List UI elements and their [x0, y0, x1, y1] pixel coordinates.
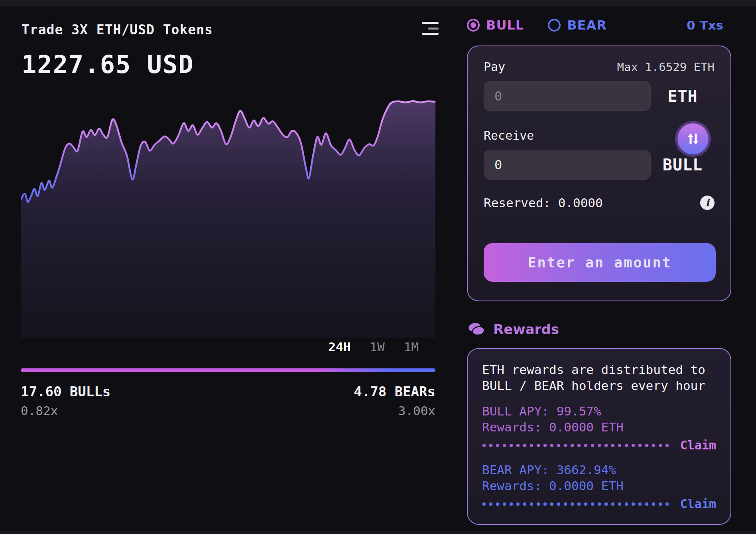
top-bar	[0, 0, 756, 6]
pay-unit-label: ETH	[651, 87, 715, 105]
pool-multiplier-row: 0.82x 3.00x	[21, 403, 435, 418]
bear-dotted-separator	[482, 502, 669, 506]
bull-bear-ratio-bar	[21, 368, 435, 372]
pay-label: Pay	[484, 60, 505, 74]
receive-unit-label: BULL	[651, 156, 715, 174]
swap-arrows-icon	[684, 130, 702, 148]
reserved-amount: Reserved: 0.0000	[484, 196, 603, 210]
receive-label: Receive	[484, 129, 534, 142]
swap-card: Pay Max 1.6529 ETH ETH Receive BULL Rese…	[467, 45, 731, 301]
bear-radio-label: BEAR	[567, 18, 607, 33]
side-toggle-row: BULL BEAR 0 Txs	[467, 16, 731, 34]
bottom-bar	[0, 531, 756, 534]
bull-radio-dot	[471, 22, 476, 28]
info-icon[interactable]: i	[700, 196, 715, 210]
timeframe-switcher: 24H 1W 1M	[328, 340, 419, 354]
bulls-supply: 17.60 BULLs	[21, 384, 110, 400]
bull-claim-button[interactable]: Claim	[680, 438, 716, 452]
pool-stats-row: 17.60 BULLs 4.78 BEARs	[21, 384, 435, 400]
bull-radio-label: BULL	[486, 18, 524, 33]
chart-panel: Trade 3X ETH/USD Tokens 1227.65 USD	[21, 6, 435, 445]
max-balance-label[interactable]: Max 1.6529 ETH	[617, 60, 715, 74]
timeframe-24h[interactable]: 24H	[328, 340, 350, 354]
bears-multiplier: 3.00x	[398, 403, 435, 418]
bull-dotted-separator	[482, 443, 669, 447]
rewards-description-line2: BULL / BEAR holders every hour	[482, 378, 716, 394]
menu-bar-top	[422, 22, 439, 24]
swap-direction-button[interactable]	[677, 123, 709, 154]
bears-supply: 4.78 BEARs	[354, 384, 435, 400]
menu-bar-middle	[428, 28, 439, 30]
rewards-heading: Rewards	[468, 321, 559, 337]
menu-bar-bottom	[422, 33, 439, 35]
price-area-fill	[21, 101, 435, 338]
current-price: 1227.65 USD	[22, 50, 194, 79]
receive-amount-input[interactable]	[484, 150, 651, 180]
chart-menu-icon[interactable]	[422, 21, 439, 36]
bull-apy: BULL APY: 99.57%	[482, 403, 716, 419]
submit-trade-button[interactable]: Enter an amount	[484, 243, 716, 282]
rewards-description-line1: ETH rewards are distributed to	[482, 362, 716, 378]
bear-rewards-amount: Rewards: 0.0000 ETH	[482, 478, 716, 494]
bear-radio-icon	[548, 19, 561, 32]
price-chart[interactable]	[21, 99, 435, 338]
timeframe-1w[interactable]: 1W	[370, 340, 384, 354]
coins-icon	[468, 322, 486, 337]
tx-count[interactable]: 0 Txs	[687, 18, 731, 32]
rewards-heading-label: Rewards	[493, 321, 559, 337]
bull-radio-icon	[467, 19, 480, 32]
page-title: Trade 3X ETH/USD Tokens	[22, 22, 213, 38]
bull-rewards-amount: Rewards: 0.0000 ETH	[482, 419, 716, 435]
timeframe-1m[interactable]: 1M	[404, 340, 419, 354]
rewards-card: ETH rewards are distributed to BULL / BE…	[467, 348, 731, 525]
bull-claim-row: Claim	[482, 438, 716, 452]
bear-radio-option[interactable]: BEAR	[524, 18, 607, 33]
bear-claim-row: Claim	[482, 497, 716, 511]
bear-apy: BEAR APY: 3662.94%	[482, 462, 716, 478]
bear-claim-button[interactable]: Claim	[680, 497, 716, 511]
pay-amount-input[interactable]	[484, 81, 651, 111]
bull-radio-option[interactable]: BULL	[467, 18, 524, 33]
bulls-multiplier: 0.82x	[21, 403, 58, 418]
